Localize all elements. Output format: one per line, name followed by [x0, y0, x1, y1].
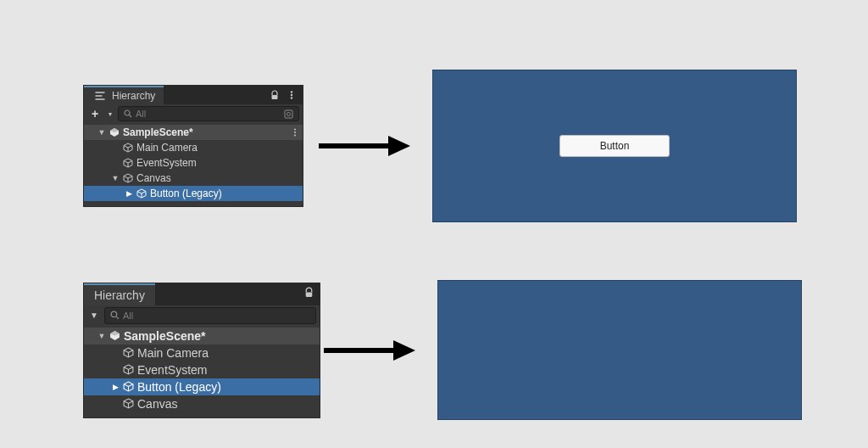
cube-icon: [123, 364, 134, 375]
ui-button[interactable]: Button: [559, 135, 670, 157]
cube-icon: [123, 398, 134, 409]
hierarchy-tab[interactable]: Hierarchy: [84, 283, 155, 305]
foldout-icon[interactable]: ▶: [111, 383, 120, 391]
lock-icon[interactable]: [301, 285, 316, 300]
gameobject-label: EventSystem: [136, 157, 197, 169]
scene-name-label: SampleScene*: [124, 329, 206, 343]
unity-logo-icon: [109, 127, 120, 137]
svg-point-11: [294, 132, 296, 133]
hierarchy-icon: [92, 88, 108, 104]
game-view-bottom: [437, 280, 802, 420]
svg-marker-29: [393, 340, 415, 361]
cube-icon: [123, 173, 133, 183]
search-field[interactable]: [118, 106, 299, 121]
hierarchy-tab[interactable]: Hierarchy: [84, 86, 164, 104]
arrow-icon: [309, 133, 419, 159]
cube-icon: [123, 347, 134, 358]
gameobject-row-canvas[interactable]: ▼ Canvas: [84, 171, 303, 186]
search-field[interactable]: [104, 307, 316, 324]
svg-point-3: [291, 97, 292, 98]
gameobject-label: Button (Legacy): [137, 380, 221, 394]
foldout-icon[interactable]: ▼: [97, 332, 106, 340]
gameobject-label: EventSystem: [137, 363, 207, 377]
chevron-down-icon[interactable]: ▾: [106, 106, 114, 121]
chevron-down-icon[interactable]: ▼: [87, 308, 101, 323]
gameobject-row[interactable]: ▶ EventSystem: [84, 361, 320, 378]
gameobject-row[interactable]: ▶ EventSystem: [84, 155, 303, 171]
cube-icon: [123, 143, 133, 153]
svg-point-20: [111, 311, 117, 317]
cube-icon: [123, 158, 133, 168]
cube-icon: [123, 381, 134, 392]
search-icon: [124, 109, 132, 118]
gameobject-label: Canvas: [137, 397, 177, 411]
hierarchy-tree: ▼ SampleScene* ▶ Main Camera ▶ EventSyst…: [84, 326, 320, 417]
arrow-icon: [314, 338, 424, 363]
gameobject-label: Button (Legacy): [150, 188, 222, 199]
search-type-icon[interactable]: [284, 109, 293, 119]
svg-point-7: [287, 112, 291, 115]
search-input[interactable]: [123, 311, 310, 321]
create-dropdown-button[interactable]: +: [87, 106, 103, 121]
unity-logo-icon: [109, 330, 120, 341]
game-view-top: Button: [432, 70, 797, 222]
cube-icon: [136, 188, 147, 199]
hierarchy-toolbar: + ▾: [84, 104, 303, 123]
svg-line-5: [130, 115, 132, 118]
kebab-menu-icon[interactable]: [284, 87, 299, 103]
hierarchy-tab-label: Hierarchy: [94, 288, 145, 302]
scene-kebab-icon[interactable]: [291, 127, 299, 137]
gameobject-row[interactable]: ▶ Main Camera: [84, 344, 320, 361]
gameobject-row[interactable]: ▶ Main Camera: [84, 140, 303, 155]
hierarchy-toolbar: ▼: [84, 305, 320, 326]
gameobject-row-canvas[interactable]: ▶ Canvas: [84, 395, 320, 412]
svg-rect-6: [285, 110, 292, 118]
svg-point-2: [291, 94, 292, 96]
svg-point-10: [294, 129, 296, 131]
svg-line-21: [116, 316, 119, 319]
hierarchy-panel-bottom: Hierarchy ▼ ▼ Sample: [83, 283, 320, 418]
foldout-icon[interactable]: ▶: [125, 189, 133, 198]
hierarchy-panel-top: Hierarchy + ▾: [83, 85, 303, 207]
svg-rect-19: [305, 293, 312, 297]
search-input[interactable]: [136, 109, 281, 119]
hierarchy-tree: ▼ SampleScene* ▶ Main Camera ▶ EventSyst…: [84, 123, 303, 206]
hierarchy-tab-bar: Hierarchy: [84, 86, 303, 104]
scene-name-label: SampleScene*: [123, 126, 193, 138]
hierarchy-tab-label: Hierarchy: [112, 90, 155, 102]
gameobject-label: Main Camera: [137, 346, 209, 360]
svg-marker-18: [388, 136, 410, 156]
foldout-icon[interactable]: ▼: [97, 128, 106, 137]
ui-button-label: Button: [600, 140, 630, 152]
svg-point-1: [291, 91, 292, 92]
gameobject-row-button-selected[interactable]: ▶ Button (Legacy): [84, 378, 320, 395]
svg-rect-0: [272, 95, 278, 99]
hierarchy-tab-bar: Hierarchy: [84, 283, 320, 305]
foldout-icon[interactable]: ▼: [111, 174, 120, 182]
gameobject-label: Canvas: [136, 172, 171, 184]
svg-point-4: [125, 110, 130, 115]
gameobject-row-button-selected[interactable]: ▶ Button (Legacy): [84, 186, 303, 201]
search-icon: [110, 311, 120, 320]
gameobject-label: Main Camera: [136, 142, 198, 154]
svg-point-12: [294, 135, 296, 137]
scene-row[interactable]: ▼ SampleScene*: [84, 328, 320, 344]
lock-icon[interactable]: [267, 87, 282, 103]
scene-row[interactable]: ▼ SampleScene*: [84, 125, 303, 140]
